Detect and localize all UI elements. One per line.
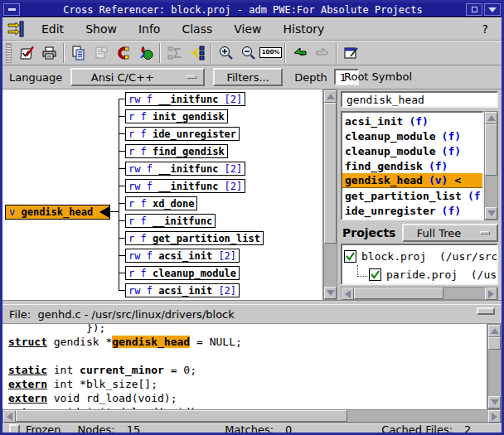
copy-button[interactable] (67, 42, 90, 64)
history-forward-button[interactable] (311, 42, 333, 64)
cross-referencer-window: Cross Referencer: block.proj - adm PWE:F… (0, 0, 504, 435)
menu-view[interactable]: View (223, 20, 272, 38)
history-back-icon (292, 45, 308, 61)
menu-show[interactable]: Show (75, 20, 128, 38)
paste-button[interactable] (90, 42, 112, 64)
graph-canvas[interactable]: rw f __initfunc [2]r f init_gendiskr f i… (2, 89, 323, 300)
menu-class[interactable]: Class (171, 20, 223, 38)
code-horizontal-scrollbar[interactable] (2, 409, 502, 423)
highlight-colors-button[interactable] (134, 42, 157, 64)
root-symbol-label: Root Symbol (344, 70, 412, 83)
graph-node[interactable]: r f get_partition_list (125, 231, 264, 245)
window-menu-button[interactable] (3, 3, 20, 16)
frozen-checkbox[interactable] (9, 424, 20, 435)
scroll-up-button[interactable] (488, 325, 501, 337)
graph-node[interactable]: r f __initfunc (125, 214, 216, 228)
scroll-thumb[interactable] (485, 124, 497, 176)
projects-tree: block.proj (/usr/src/linparide.proj (/us… (341, 244, 498, 285)
graph-branch-line (119, 203, 125, 204)
projects-mode-select[interactable]: Full Tree (402, 224, 498, 242)
symbol-list-item[interactable]: get_partition_list(f) (342, 188, 482, 203)
language-select[interactable]: Ansi C/C++ (70, 68, 205, 86)
graph-branch-line (119, 273, 125, 273)
menubar: Edit Show Info Class View History ? (2, 17, 502, 41)
graph-node[interactable]: r f init_gendisk (125, 109, 228, 123)
graph-node[interactable]: rw f acsi_init [2] (125, 283, 240, 297)
symbol-list-item[interactable]: find_gendisk(f) (342, 158, 482, 173)
highlight-colors-icon (138, 45, 154, 61)
graph-node[interactable]: r f cleanup_module (125, 266, 240, 280)
scroll-up-button[interactable] (485, 112, 497, 124)
scroll-up-button[interactable] (324, 90, 337, 103)
projects-horizontal-scrollbar[interactable] (341, 287, 498, 300)
scroll-thumb[interactable] (324, 103, 337, 244)
edit-annotation-icon (19, 45, 36, 61)
scroll-left-button[interactable] (342, 288, 354, 300)
code-view[interactable]: });struct gendisk *gendisk_head = NULL; … (2, 324, 487, 409)
shade-button[interactable] (484, 3, 501, 16)
graph-vertical-scrollbar[interactable] (323, 89, 337, 300)
graph-node[interactable]: r f xd_done (125, 196, 197, 210)
project-checkbox[interactable] (369, 268, 381, 281)
scroll-thumb[interactable] (488, 337, 501, 350)
symbol-list-item[interactable]: gendisk_head(v)< (342, 173, 482, 188)
graph-node[interactable]: rw f __initfunc [2] (125, 92, 245, 106)
root-symbol-input[interactable] (341, 91, 498, 108)
graph-node[interactable]: rw f acsi_init [2] (125, 249, 240, 263)
graph-root-node[interactable]: v gendisk_head (5, 205, 110, 220)
toolbar-grip[interactable] (6, 43, 12, 63)
menu-edit[interactable]: Edit (31, 20, 75, 38)
arrow-left-icon (345, 290, 351, 298)
graph-node[interactable]: r f ide_unregister (125, 127, 240, 141)
print-button[interactable] (38, 42, 61, 64)
zoom-100-button[interactable]: 100% (259, 42, 282, 64)
menu-info[interactable]: Info (128, 20, 172, 38)
history-back-button[interactable] (288, 42, 311, 64)
sash-handle[interactable] (477, 307, 495, 315)
graph-branch-line (119, 238, 125, 239)
graph-collapse-button[interactable] (163, 42, 186, 64)
properties-button[interactable] (340, 42, 362, 64)
symbol-list-item[interactable]: cleanup_module(f) (342, 128, 482, 143)
symbol-list-item[interactable]: acsi_init(f) (342, 114, 482, 128)
scroll-trough (488, 350, 501, 396)
magnet-mode-icon (115, 45, 132, 61)
filters-button[interactable]: Filters... (213, 68, 283, 86)
edit-annotation-button[interactable] (16, 42, 38, 64)
graph-expand-button[interactable] (186, 42, 208, 64)
menu-history[interactable]: History (272, 20, 335, 38)
scroll-left-button[interactable] (3, 410, 16, 423)
scroll-down-button[interactable] (324, 287, 337, 299)
scroll-right-button[interactable] (485, 288, 497, 300)
scroll-down-button[interactable] (488, 396, 501, 408)
nodes-value: 15 (127, 423, 141, 435)
copy-icon (70, 45, 87, 61)
graph-expand-icon (189, 45, 206, 61)
zoom-in-button[interactable] (215, 42, 237, 64)
project-tree-item[interactable]: block.proj (/usr/src/lin (344, 247, 497, 265)
properties-icon (343, 45, 360, 61)
zoom-out-button[interactable] (237, 42, 259, 64)
projects-label: Projects (342, 226, 395, 239)
symbol-list-item[interactable]: cleanup_module(f) (342, 143, 482, 158)
symbol-list-scrollbar[interactable] (484, 111, 498, 220)
file-bar: File: genhd.c - /usr/src/linux/drivers/b… (2, 305, 502, 323)
scroll-down-button[interactable] (485, 207, 497, 220)
scroll-thumb[interactable] (354, 288, 443, 299)
project-tree-item[interactable]: paride.proj (/usr/src (344, 265, 497, 283)
menu-help[interactable]: ? (476, 20, 495, 38)
toolbar-separator (211, 43, 212, 63)
window-title: Cross Referencer: block.proj - adm PWE:F… (21, 2, 465, 17)
graph-node[interactable]: r f find_gendisk (125, 144, 228, 158)
graph-node[interactable]: rw f __initfunc [2] (125, 179, 245, 193)
graph-node[interactable]: rw f __initfunc [2] (125, 162, 245, 176)
magnet-mode-button[interactable] (112, 42, 134, 64)
project-checkbox[interactable] (344, 250, 356, 263)
maximize-button[interactable] (466, 3, 482, 16)
main-area: rw f __initfunc [2]r f init_gendiskr f i… (2, 89, 502, 300)
code-vertical-scrollbar[interactable] (487, 324, 502, 409)
frozen-label: Frozen (26, 423, 61, 435)
scroll-thumb[interactable] (16, 410, 347, 422)
scroll-right-button[interactable] (488, 410, 501, 423)
symbol-list-item[interactable]: ide_unregister(f) (342, 203, 482, 218)
